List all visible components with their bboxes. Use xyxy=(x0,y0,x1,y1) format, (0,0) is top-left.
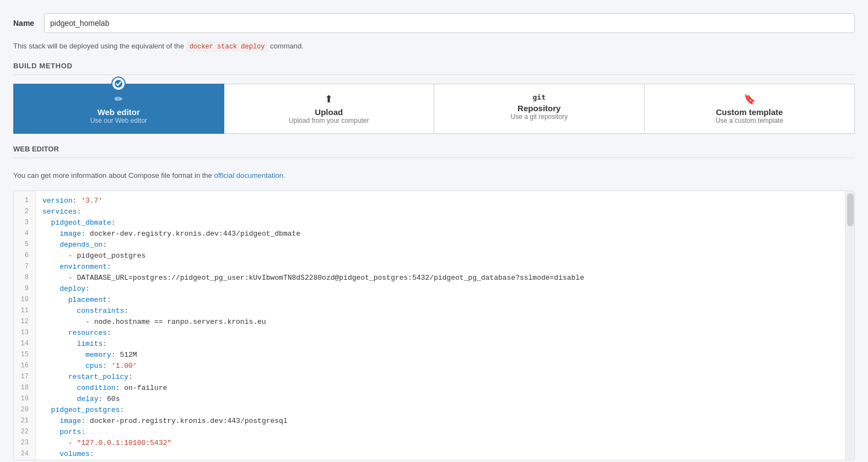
code-line: condition: on-failure xyxy=(42,383,839,394)
web-editor-divider xyxy=(13,157,855,158)
code-line: depends_on: xyxy=(42,240,839,251)
code-line: restart_policy: xyxy=(42,372,839,383)
code-editor[interactable]: 1234567891011121314151617181920212223242… xyxy=(13,191,855,460)
web-editor-section: Web editor You can get more information … xyxy=(13,145,855,460)
build-method-divider xyxy=(13,74,855,75)
upload-subtitle: Upload from your computer xyxy=(235,117,423,124)
line-numbers: 1234567891011121314151617181920212223242… xyxy=(14,191,36,460)
code-line: ports: xyxy=(42,427,839,438)
code-line: image: docker-dev.registry.kronis.dev:44… xyxy=(42,229,839,240)
code-line: constraints: xyxy=(42,306,839,317)
code-line: memory: 512M xyxy=(42,350,839,361)
tab-check-icon xyxy=(111,77,126,91)
code-line: deploy: xyxy=(42,284,839,295)
code-line: resources: xyxy=(42,328,839,339)
custom-template-subtitle: Use a custom template xyxy=(656,117,844,124)
code-line: limits: xyxy=(42,339,839,350)
deploy-info: This stack will be deployed using the eq… xyxy=(13,42,855,51)
tab-repository[interactable]: git Repository Use a git repository xyxy=(434,84,645,134)
tab-web-editor[interactable]: ✏ Web editor Use our Web editor xyxy=(13,84,224,134)
code-line: pidgeot_dbmate: xyxy=(42,218,839,229)
upload-icon: ⬆ xyxy=(235,93,423,105)
official-documentation-link[interactable]: official documentation. xyxy=(214,171,285,180)
web-editor-subtitle: Use our Web editor xyxy=(25,117,213,124)
repository-title: Repository xyxy=(445,104,633,113)
name-label: Name xyxy=(13,19,35,28)
code-line: cpus: '1.00' xyxy=(42,361,839,372)
web-editor-title: Web editor xyxy=(25,107,213,117)
web-editor-section-label: Web editor xyxy=(13,145,855,153)
editor-info: You can get more information about Compo… xyxy=(13,167,855,184)
code-line: - pidgeot_postgres xyxy=(42,251,839,262)
custom-template-title: Custom template xyxy=(656,107,844,117)
repository-subtitle: Use a git repository xyxy=(445,113,633,121)
scrollbar[interactable] xyxy=(845,191,854,460)
build-method-tabs: ✏ Web editor Use our Web editor ⬆ Upload… xyxy=(13,84,855,134)
code-line: - node.hostname == ranpo.servers.kronis.… xyxy=(42,317,839,328)
code-line: environment: xyxy=(42,262,839,273)
name-input[interactable] xyxy=(44,13,855,33)
code-content[interactable]: version: '3.7'services: pidgeot_dbmate: … xyxy=(36,191,845,460)
code-line: volumes: xyxy=(42,449,839,460)
tab-custom-template[interactable]: 🔖 Custom template Use a custom template xyxy=(645,84,855,134)
code-line: services: xyxy=(42,206,839,218)
code-line: version: '3.7' xyxy=(42,195,839,206)
code-line: - "127.0.0.1:10100:5432" xyxy=(42,438,839,449)
build-method-label: Build method xyxy=(13,62,855,70)
code-line: image: docker-prod.registry.kronis.dev:4… xyxy=(42,416,839,427)
code-line: placement: xyxy=(42,295,839,306)
code-line: - DATABASE_URL=postgres://pidgeot_pg_use… xyxy=(42,273,839,284)
scrollbar-thumb[interactable] xyxy=(847,193,854,226)
deploy-command: docker stack deploy xyxy=(186,42,268,52)
custom-template-icon: 🔖 xyxy=(656,93,844,105)
git-icon: git xyxy=(445,93,633,101)
code-line: delay: 60s xyxy=(42,394,839,405)
web-editor-icon: ✏ xyxy=(25,93,213,105)
code-line: pidgeot_postgres: xyxy=(42,405,839,416)
upload-title: Upload xyxy=(235,107,423,117)
tab-upload[interactable]: ⬆ Upload Upload from your computer xyxy=(224,84,435,134)
